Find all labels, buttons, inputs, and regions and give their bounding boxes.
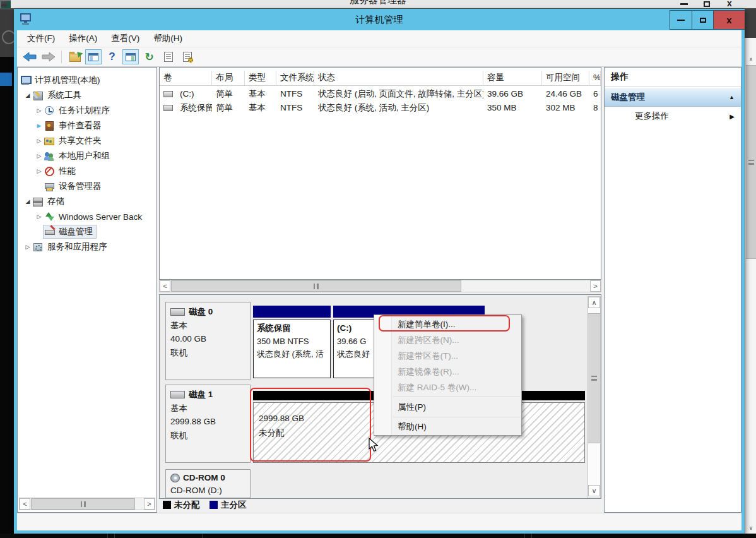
window-titlebar[interactable]: 计算机管理 x [14, 9, 745, 30]
background-minimize-button[interactable] [680, 3, 688, 5]
cdrom-info[interactable]: CD-ROM 0 CD-ROM (D:) [165, 469, 251, 498]
expand-arrow-icon[interactable] [34, 153, 44, 159]
properties-icon[interactable] [160, 49, 177, 65]
scroll-up-icon[interactable]: ∧ [588, 297, 600, 308]
expand-arrow-icon[interactable] [34, 138, 44, 144]
tree-item-event-viewer[interactable]: 事件查看器 [18, 118, 156, 133]
menu-file[interactable]: 文件(F) [20, 30, 62, 47]
tree-item-device-manager[interactable]: 设备管理器 [18, 179, 156, 194]
tree-item-shared-folders[interactable]: 共享文件夹 [18, 133, 156, 148]
volume-list-horizontal-scrollbar[interactable]: < > [159, 280, 601, 292]
minimize-button[interactable] [670, 11, 692, 29]
scroll-down-icon[interactable]: ∨ [746, 522, 756, 534]
menu-view[interactable]: 查看(V) [104, 30, 146, 47]
export-list-icon[interactable] [179, 49, 196, 65]
volume-icon [163, 91, 173, 97]
refresh-icon[interactable]: ↻ [141, 49, 158, 65]
expand-arrow-icon[interactable] [34, 107, 44, 114]
taskbar-edge [0, 534, 756, 538]
up-folder-icon[interactable] [66, 49, 83, 65]
legend-primary-partition-label: 主分区 [221, 499, 247, 511]
tree-horizontal-scrollbar[interactable]: < > [19, 498, 155, 510]
column-volume[interactable]: 卷 [160, 71, 212, 85]
disk1-info[interactable]: 磁盘 1 基本 2999.88 GB 联机 [165, 385, 251, 463]
tree-item-computer-management[interactable]: 计算机管理(本地) [18, 73, 156, 88]
computer-icon [20, 75, 31, 85]
toolbar: ? ↻ [17, 47, 741, 67]
column-layout[interactable]: 布局 [212, 71, 245, 85]
column-free-space[interactable]: 可用空间 [542, 71, 589, 85]
expand-arrow-icon[interactable] [34, 123, 44, 129]
disk1-type: 基本 [170, 402, 250, 415]
local-users-groups-icon [44, 151, 55, 161]
background-vertical-scrollbar[interactable]: ∧ ∨ [745, 38, 756, 534]
back-arrow-icon[interactable] [21, 49, 38, 65]
background-restore-button[interactable] [704, 1, 710, 7]
tree-item-performance[interactable]: 性能 [18, 164, 156, 179]
column-type[interactable]: 类型 [245, 71, 276, 85]
scroll-down-icon[interactable]: ∨ [588, 485, 600, 496]
background-nav-selection [0, 73, 12, 86]
menu-item-new-simple-volume[interactable]: 新建简单卷(I)... [374, 316, 521, 332]
column-status[interactable]: 状态 [314, 71, 483, 85]
actions-section-disk-management[interactable]: 磁盘管理 ▲ [605, 88, 741, 107]
menu-item-new-mirrored-volume: 新建镜像卷(R)... [374, 364, 521, 380]
column-filesystem[interactable]: 文件系统 [276, 71, 314, 85]
collapse-caret-icon[interactable]: ▲ [729, 94, 735, 100]
scroll-left-icon[interactable]: < [160, 280, 170, 292]
menu-help[interactable]: 帮助(H) [146, 30, 189, 47]
collapse-arrow-icon[interactable] [23, 198, 33, 205]
volume-row-c[interactable]: (C:) 简单 基本 NTFS 状态良好 (启动, 页面文件, 故障转储, 主分… [160, 87, 601, 101]
computer-management-window: 计算机管理 x 文件(F) 操作(A) 查看(V) 帮助(H) [14, 9, 745, 534]
disk0-info[interactable]: 磁盘 0 基本 40.00 GB 联机 [165, 302, 251, 380]
volume-row-system-reserved[interactable]: 系统保留 简单 基本 NTFS 状态良好 (系统, 活动, 主分区) 350 M… [160, 101, 601, 115]
expand-arrow-icon[interactable] [34, 213, 44, 220]
desktop: 服务器管理器 x ∧ ∨ 计算机管理 x [0, 0, 756, 538]
forward-arrow-icon[interactable] [40, 49, 57, 65]
maximize-button[interactable] [692, 11, 713, 29]
console-tree-panel: 计算机管理(本地) 系统工具 任务计划程序 事件查看器 [17, 67, 157, 513]
column-percent[interactable]: % [589, 71, 601, 85]
tree-item-task-scheduler[interactable]: 任务计划程序 [18, 103, 156, 118]
scroll-left-icon[interactable]: < [20, 498, 30, 510]
toolbar-separator [61, 51, 62, 63]
background-close-button[interactable]: x [727, 0, 732, 8]
disk-graph-vertical-scrollbar[interactable]: ∧ ∨ [588, 296, 601, 498]
menu-action[interactable]: 操作(A) [62, 30, 104, 47]
close-button[interactable]: x [713, 11, 745, 29]
window-content: 文件(F) 操作(A) 查看(V) 帮助(H) ? ↻ [17, 30, 741, 530]
shared-folders-icon [44, 136, 55, 146]
tree-item-system-tools[interactable]: 系统工具 [18, 88, 156, 103]
more-actions-item[interactable]: 更多操作 ▶ [605, 108, 741, 124]
scrollbar-thumb[interactable] [746, 65, 756, 259]
scroll-right-icon[interactable]: > [590, 280, 601, 292]
show-action-pane-icon[interactable] [122, 49, 139, 64]
window-title: 计算机管理 [14, 9, 745, 30]
menu-item-properties[interactable]: 属性(P) [374, 398, 521, 415]
volume-list-panel: 卷 布局 类型 文件系统 状态 容量 可用空间 % (C:) 简单 基本 NTF… [159, 67, 601, 280]
collapse-arrow-icon[interactable] [23, 92, 33, 99]
tree-item-services-applications[interactable]: 服务和应用程序 [18, 239, 156, 254]
column-capacity[interactable]: 容量 [483, 71, 542, 85]
tree-item-disk-management[interactable]: 磁盘管理 [18, 224, 156, 239]
background-right-edge [745, 9, 756, 38]
menu-item-help[interactable]: 帮助(H) [374, 419, 521, 434]
partition-system-reserved[interactable]: 系统保留 350 MB NTFS 状态良好 (系统, 活 [253, 320, 331, 378]
help-icon[interactable]: ? [103, 49, 121, 65]
hard-disk-icon [170, 308, 185, 316]
scrollbar-thumb[interactable] [171, 280, 461, 292]
scrollbar-thumb[interactable] [588, 313, 600, 443]
services-applications-icon [33, 242, 44, 252]
show-console-tree-icon[interactable] [85, 49, 102, 64]
menu-separator [393, 417, 520, 417]
expand-arrow-icon[interactable] [34, 168, 44, 174]
primary-partition-swatch [210, 501, 218, 509]
scroll-up-icon[interactable]: ∧ [746, 53, 756, 66]
tree-item-storage[interactable]: 存储 [18, 194, 156, 209]
tree-item-local-users-groups[interactable]: 本地用户和组 [18, 148, 156, 164]
scrollbar-thumb[interactable] [31, 498, 135, 510]
tree-item-windows-server-backup[interactable]: Windows Server Back [18, 209, 156, 224]
expand-arrow-icon[interactable] [23, 244, 33, 250]
menu-item-new-raid5-volume: 新建 RAID-5 卷(W)... [374, 380, 521, 395]
scroll-right-icon[interactable]: > [144, 498, 155, 510]
